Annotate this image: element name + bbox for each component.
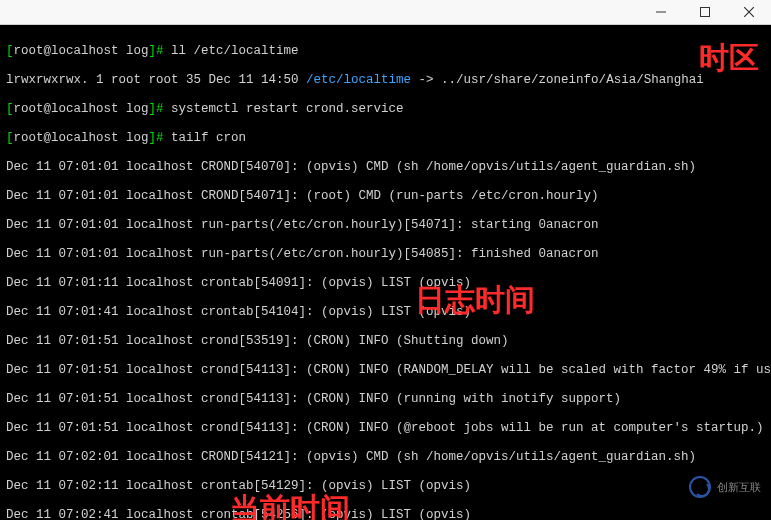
minimize-button[interactable] bbox=[639, 0, 683, 25]
log-line: Dec 11 07:02:01 localhost CROND[54121]: … bbox=[6, 450, 765, 465]
prompt-bracket: [ bbox=[6, 44, 14, 58]
log-line: Dec 11 07:01:01 localhost run-parts(/etc… bbox=[6, 218, 765, 233]
prompt-close: ]# bbox=[149, 44, 164, 58]
terminal-area[interactable]: [root@localhost log]# ll /etc/localtime … bbox=[0, 25, 771, 520]
log-line: Dec 11 07:01:11 localhost crontab[54091]… bbox=[6, 276, 765, 291]
terminal-line: [root@localhost log]# ll /etc/localtime bbox=[6, 44, 765, 59]
window-titlebar bbox=[0, 0, 771, 25]
terminal-line: lrwxrwxrwx. 1 root root 35 Dec 11 14:50 … bbox=[6, 73, 765, 88]
log-line: Dec 11 07:02:11 localhost crontab[54129]… bbox=[6, 479, 765, 494]
maximize-icon bbox=[700, 7, 710, 17]
command-text: systemctl restart crond.service bbox=[171, 102, 404, 116]
output-text: -> ../usr/share/zoneinfo/Asia/Shanghai bbox=[411, 73, 704, 87]
log-line: Dec 11 07:01:01 localhost CROND[54071]: … bbox=[6, 189, 765, 204]
minimize-icon bbox=[656, 7, 666, 17]
log-line: Dec 11 07:01:51 localhost crond[54113]: … bbox=[6, 392, 765, 407]
close-icon bbox=[744, 7, 754, 17]
log-line: Dec 11 07:01:01 localhost CROND[54070]: … bbox=[6, 160, 765, 175]
command-text: tailf cron bbox=[171, 131, 246, 145]
log-line: Dec 11 07:02:41 localhost crontab[54256]… bbox=[6, 508, 765, 521]
prompt-text: root@localhost log bbox=[14, 44, 149, 58]
log-line: Dec 11 07:01:51 localhost crond[54113]: … bbox=[6, 421, 765, 436]
log-line: Dec 11 07:01:51 localhost crond[53519]: … bbox=[6, 334, 765, 349]
output-text: lrwxrwxrwx. 1 root root 35 Dec 11 14:50 bbox=[6, 73, 306, 87]
terminal-line: [root@localhost log]# tailf cron bbox=[6, 131, 765, 146]
log-line: Dec 11 07:01:51 localhost crond[54113]: … bbox=[6, 363, 765, 378]
log-line: Dec 11 07:01:01 localhost run-parts(/etc… bbox=[6, 247, 765, 262]
command-text: ll /etc/localtime bbox=[171, 44, 299, 58]
path-text: /etc/localtime bbox=[306, 73, 411, 87]
log-line: Dec 11 07:01:41 localhost crontab[54104]… bbox=[6, 305, 765, 320]
terminal-line: [root@localhost log]# systemctl restart … bbox=[6, 102, 765, 117]
maximize-button[interactable] bbox=[683, 0, 727, 25]
close-button[interactable] bbox=[727, 0, 771, 25]
svg-rect-0 bbox=[701, 8, 710, 17]
